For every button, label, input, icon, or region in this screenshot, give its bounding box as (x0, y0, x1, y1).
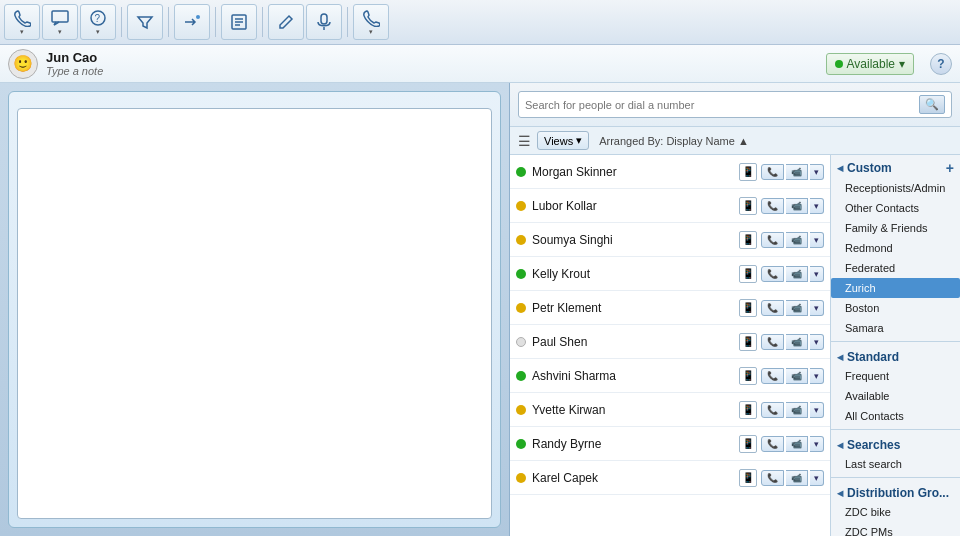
sidebar-item[interactable]: Zurich (831, 278, 960, 298)
controls-bar: ☰ Views ▾ Arranged By: Display Name ▲ (510, 127, 960, 155)
contact-video-btn[interactable]: 📹 (786, 334, 808, 350)
sidebar-item[interactable]: Frequent (831, 366, 960, 386)
sidebar-item[interactable]: ZDC PMs (831, 522, 960, 536)
contact-video-btn[interactable]: 📹 (786, 470, 808, 486)
note-area[interactable] (17, 108, 492, 519)
custom-section-label: Custom (847, 161, 892, 175)
contact-more-btn[interactable]: ▾ (810, 470, 824, 486)
contact-row[interactable]: Morgan Skinner 📱 📞 📹 ▾ (510, 155, 830, 189)
contact-actions: 📞 📹 ▾ (761, 266, 824, 282)
availability-arrow: ▾ (899, 57, 905, 71)
contact-row[interactable]: Karel Capek 📱 📞 📹 ▾ (510, 461, 830, 495)
sort-button[interactable]: Arranged By: Display Name ▲ (595, 133, 753, 149)
contact-name: Yvette Kirwan (532, 403, 739, 417)
phone-dropdown-arrow: ▾ (20, 28, 24, 36)
contact-call-btn[interactable]: 📞 (761, 198, 784, 214)
contact-call-btn[interactable]: 📞 (761, 470, 784, 486)
mic-toolbar-btn[interactable] (306, 4, 342, 40)
call-toolbar-btn[interactable]: ▾ (353, 4, 389, 40)
contact-row[interactable]: Ashvini Sharma 📱 📞 📹 ▾ (510, 359, 830, 393)
messages-toolbar-btn[interactable]: ▾ (42, 4, 78, 40)
contact-video-btn[interactable]: 📹 (786, 436, 808, 452)
custom-add-btn[interactable]: + (946, 160, 954, 176)
sidebar-item[interactable]: Samara (831, 318, 960, 338)
distribution-section-label: Distribution Gro... (847, 486, 949, 500)
sep3 (215, 7, 216, 37)
contact-row[interactable]: Soumya Singhi 📱 📞 📹 ▾ (510, 223, 830, 257)
views-button[interactable]: Views ▾ (537, 131, 589, 150)
contact-name: Paul Shen (532, 335, 739, 349)
sidebar-item[interactable]: Other Contacts (831, 198, 960, 218)
search-input[interactable] (525, 99, 919, 111)
contact-video-btn[interactable]: 📹 (786, 198, 808, 214)
sidebar-item[interactable]: Last search (831, 454, 960, 474)
avatar: 🙂 (8, 49, 38, 79)
contact-video-btn[interactable]: 📹 (786, 266, 808, 282)
sidebar-item[interactable]: Federated (831, 258, 960, 278)
contact-call-btn[interactable]: 📞 (761, 232, 784, 248)
sidebar-item[interactable]: Redmond (831, 238, 960, 258)
svg-rect-8 (321, 14, 327, 24)
sidebar-item[interactable]: Receptionists/Admin (831, 178, 960, 198)
contact-more-btn[interactable]: ▾ (810, 300, 824, 316)
contact-call-btn[interactable]: 📞 (761, 334, 784, 350)
contact-name: Randy Byrne (532, 437, 739, 451)
availability-selector[interactable]: Available ▾ (826, 53, 914, 75)
sidebar-item[interactable]: Boston (831, 298, 960, 318)
sidebar: ◀ Custom + Receptionists/AdminOther Cont… (830, 155, 960, 536)
contact-more-btn[interactable]: ▾ (810, 232, 824, 248)
contact-more-btn[interactable]: ▾ (810, 164, 824, 180)
custom-section-header: ◀ Custom + (831, 155, 960, 178)
sidebar-item[interactable]: Family & Friends (831, 218, 960, 238)
contact-device-icon: 📱 (739, 435, 757, 453)
contact-actions: 📞 📹 ▾ (761, 368, 824, 384)
contact-call-btn[interactable]: 📞 (761, 266, 784, 282)
contact-call-btn[interactable]: 📞 (761, 300, 784, 316)
statusbar: 🙂 Jun Cao Type a note Available ▾ ? (0, 45, 960, 83)
help-toolbar-btn[interactable]: ? ▾ (80, 4, 116, 40)
search-input-wrap[interactable]: 🔍 (518, 91, 952, 118)
contact-actions: 📞 📹 ▾ (761, 198, 824, 214)
contact-more-btn[interactable]: ▾ (810, 436, 824, 452)
divider1 (831, 341, 960, 342)
sidebar-item[interactable]: ZDC bike (831, 502, 960, 522)
help-icon-btn[interactable]: ? (930, 53, 952, 75)
contact-video-btn[interactable]: 📹 (786, 368, 808, 384)
contact-more-btn[interactable]: ▾ (810, 402, 824, 418)
contact-more-btn[interactable]: ▾ (810, 334, 824, 350)
contact-call-btn[interactable]: 📞 (761, 436, 784, 452)
contact-name: Petr Klement (532, 301, 739, 315)
contact-call-btn[interactable]: 📞 (761, 164, 784, 180)
contact-row[interactable]: Kelly Krout 📱 📞 📹 ▾ (510, 257, 830, 291)
contact-row[interactable]: Paul Shen 📱 📞 📹 ▾ (510, 325, 830, 359)
searches-items: Last search (831, 454, 960, 474)
contact-device-icon: 📱 (739, 367, 757, 385)
transfer-toolbar-btn[interactable] (174, 4, 210, 40)
contact-status-dot (516, 405, 526, 415)
sidebar-item[interactable]: Available (831, 386, 960, 406)
contact-row[interactable]: Randy Byrne 📱 📞 📹 ▾ (510, 427, 830, 461)
filter-toolbar-btn[interactable] (127, 4, 163, 40)
contact-video-btn[interactable]: 📹 (786, 164, 808, 180)
contact-more-btn[interactable]: ▾ (810, 368, 824, 384)
list-icon: ☰ (518, 133, 531, 149)
contact-status-dot (516, 167, 526, 177)
contact-more-btn[interactable]: ▾ (810, 198, 824, 214)
sidebar-item[interactable]: All Contacts (831, 406, 960, 426)
contact-row[interactable]: Yvette Kirwan 📱 📞 📹 ▾ (510, 393, 830, 427)
user-note[interactable]: Type a note (46, 65, 103, 77)
phone-toolbar-btn[interactable]: ▾ (4, 4, 40, 40)
contact-more-btn[interactable]: ▾ (810, 266, 824, 282)
contact-call-btn[interactable]: 📞 (761, 368, 784, 384)
search-btn[interactable]: 🔍 (919, 95, 945, 114)
history-toolbar-btn[interactable] (221, 4, 257, 40)
contact-row[interactable]: Lubor Kollar 📱 📞 📹 ▾ (510, 189, 830, 223)
contact-video-btn[interactable]: 📹 (786, 232, 808, 248)
contact-call-btn[interactable]: 📞 (761, 402, 784, 418)
contact-row[interactable]: Petr Klement 📱 📞 📹 ▾ (510, 291, 830, 325)
contact-video-btn[interactable]: 📹 (786, 402, 808, 418)
distribution-expand-icon: ◀ (837, 489, 843, 498)
availability-label: Available (847, 57, 895, 71)
contact-video-btn[interactable]: 📹 (786, 300, 808, 316)
edit-toolbar-btn[interactable] (268, 4, 304, 40)
